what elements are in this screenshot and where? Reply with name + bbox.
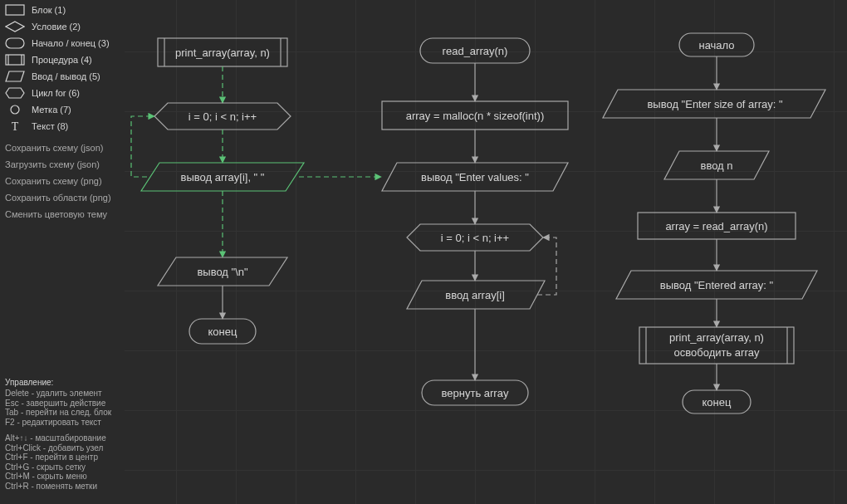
palette-text[interactable]: T Текст (8) bbox=[3, 120, 121, 133]
svg-text:T: T bbox=[12, 120, 19, 132]
node-print-newline[interactable]: вывод "\n" bbox=[158, 257, 287, 286]
node-text: конец bbox=[703, 396, 732, 409]
palette-block[interactable]: Блок (1) bbox=[3, 3, 121, 17]
node-print-array-output-item[interactable]: вывод array[i], " " bbox=[141, 163, 304, 191]
svg-rect-0 bbox=[6, 5, 24, 15]
palette-label: Процедура (4) bbox=[32, 55, 92, 65]
node-text: вывод "Entered array: " bbox=[660, 279, 774, 291]
dot-icon bbox=[5, 104, 25, 115]
svg-marker-7 bbox=[6, 88, 24, 98]
node-text: read_array(n) bbox=[443, 45, 508, 57]
palette-io[interactable]: Ввод / вывод (5) bbox=[3, 70, 121, 83]
help-line: Ctrl+Click - добавить узел bbox=[5, 443, 120, 453]
palette-label: Текст (8) bbox=[32, 121, 68, 131]
node-enter-values[interactable]: вывод "Enter values: " bbox=[382, 163, 568, 191]
palette-condition[interactable]: Условие (2) bbox=[3, 20, 121, 33]
svg-marker-1 bbox=[6, 22, 24, 32]
palette-label: Начало / конец (3) bbox=[32, 38, 110, 48]
palette-label: Метка (7) bbox=[32, 105, 71, 115]
help-panel: Управление: Delete - удалить элемент Esc… bbox=[0, 374, 125, 505]
svg-point-8 bbox=[11, 105, 19, 114]
save-png-button[interactable]: Сохранить схему (png) bbox=[5, 176, 120, 186]
diamond-icon bbox=[5, 21, 25, 32]
help-line: Alt+↑↓ - масштабирование bbox=[5, 433, 120, 443]
node-main-end[interactable]: конец bbox=[683, 390, 751, 413]
node-text: array = read_array(n) bbox=[665, 220, 767, 232]
node-text-line2: освободить array bbox=[674, 346, 760, 359]
help-line: Tab - перейти на след. блок bbox=[5, 408, 120, 418]
node-print-and-free[interactable]: print_array(array, n) освободить array bbox=[639, 327, 794, 364]
node-malloc[interactable]: array = malloc(n * sizeof(int)) bbox=[382, 101, 568, 130]
palette-label: Блок (1) bbox=[32, 5, 66, 15]
node-text: ввод n bbox=[700, 159, 732, 172]
palette-label: Ввод / вывод (5) bbox=[32, 71, 100, 81]
palette-terminator[interactable]: Начало / конец (3) bbox=[3, 37, 121, 50]
text-icon: T bbox=[5, 120, 25, 132]
node-print-entered[interactable]: вывод "Entered array: " bbox=[616, 271, 817, 299]
node-main-start[interactable]: начало bbox=[679, 33, 754, 56]
palette-label: Условие (2) bbox=[32, 22, 81, 32]
block-icon bbox=[5, 4, 25, 16]
help-line: Delete - удалить элемент bbox=[5, 389, 120, 399]
palette-label[interactable]: Метка (7) bbox=[3, 103, 121, 116]
node-text-line1: print_array(array, n) bbox=[669, 331, 764, 344]
node-read-array-start[interactable]: read_array(n) bbox=[420, 38, 530, 63]
flowchart-svg: print_array(array, n) i = 0; i < n; i++ … bbox=[125, 0, 847, 504]
edge-loopback[interactable] bbox=[537, 237, 556, 295]
help-heading: Управление: bbox=[5, 378, 120, 388]
node-text: array = malloc(n * sizeof(int)) bbox=[406, 110, 545, 122]
help-line: Esc - завершить действие bbox=[5, 399, 120, 409]
palette-loop[interactable]: Цикл for (6) bbox=[3, 86, 121, 100]
node-print-array-loop[interactable]: i = 0; i < n; i++ bbox=[154, 103, 291, 130]
node-return-array[interactable]: вернуть array bbox=[422, 380, 528, 405]
node-text: вывод array[i], " " bbox=[181, 171, 265, 183]
node-text: начало bbox=[698, 39, 734, 51]
node-text: конец bbox=[208, 325, 237, 338]
node-print-array-proc[interactable]: print_array(array, n) bbox=[158, 38, 287, 66]
node-text: ввод array[i] bbox=[445, 289, 505, 301]
node-text: i = 0; i < n; i++ bbox=[441, 232, 509, 244]
help-line: Ctrl+R - поменять метки bbox=[5, 482, 120, 492]
save-regions-png-button[interactable]: Сохранить области (png) bbox=[5, 193, 120, 203]
palette-procedure[interactable]: Процедура (4) bbox=[3, 53, 121, 66]
save-json-button[interactable]: Сохранить схему (json) bbox=[5, 143, 120, 153]
palette-label: Цикл for (6) bbox=[32, 88, 80, 98]
help-line: Ctrl+G - скрыть сетку bbox=[5, 462, 120, 472]
io-icon bbox=[5, 71, 25, 82]
toggle-theme-button[interactable]: Сменить цветовую тему bbox=[5, 209, 120, 219]
node-text: вернуть array bbox=[442, 387, 509, 399]
load-json-button[interactable]: Загрузить схему (json) bbox=[5, 159, 120, 169]
shape-palette: Блок (1) Условие (2) Начало / конец (3) … bbox=[0, 0, 125, 139]
edge-loopback[interactable] bbox=[131, 116, 154, 177]
node-read-loop[interactable]: i = 0; i < n; i++ bbox=[407, 224, 543, 251]
node-assign-array[interactable]: array = read_array(n) bbox=[638, 213, 796, 239]
node-text: i = 0; i < n; i++ bbox=[188, 110, 257, 123]
node-text: вывод "\n" bbox=[197, 266, 248, 278]
svg-marker-6 bbox=[6, 71, 24, 81]
node-text: print_array(array, n) bbox=[175, 46, 270, 59]
help-line: Ctrl+F - перейти в центр bbox=[5, 453, 120, 462]
terminator-icon bbox=[5, 37, 25, 49]
node-input-item[interactable]: ввод array[i] bbox=[407, 281, 545, 309]
node-print-end[interactable]: конец bbox=[189, 319, 256, 344]
help-line: F2 - редактировать текст bbox=[5, 418, 120, 428]
action-list: Сохранить схему (json) Загрузить схему (… bbox=[0, 139, 125, 226]
loop-icon bbox=[5, 87, 25, 99]
node-text: вывод "Enter size of array: " bbox=[647, 98, 782, 110]
node-prompt-size[interactable]: вывод "Enter size of array: " bbox=[603, 90, 825, 118]
svg-rect-2 bbox=[6, 38, 24, 48]
sidebar: Блок (1) Условие (2) Начало / конец (3) … bbox=[0, 0, 125, 504]
node-input-n[interactable]: ввод n bbox=[664, 151, 769, 179]
procedure-icon bbox=[5, 54, 25, 66]
canvas[interactable]: print_array(array, n) i = 0; i < n; i++ … bbox=[125, 0, 847, 504]
help-line: Ctrl+M - скрыть меню bbox=[5, 472, 120, 482]
node-text: вывод "Enter values: " bbox=[421, 171, 529, 183]
